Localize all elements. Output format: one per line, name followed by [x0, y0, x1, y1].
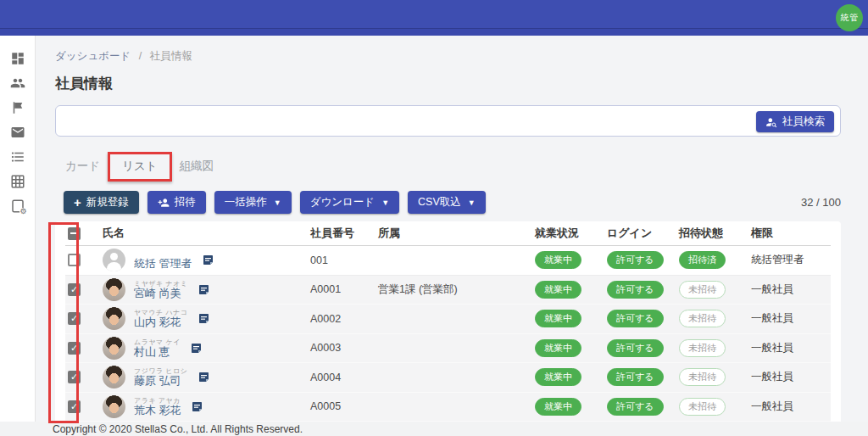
employee-name-link[interactable]: 村山 恵: [134, 346, 181, 358]
plus-icon: +: [74, 196, 81, 209]
device-settings-icon[interactable]: ⚙: [10, 198, 25, 214]
row-checkbox[interactable]: [68, 283, 81, 296]
employee-no-cell: A0001: [310, 283, 378, 295]
login-permission-button[interactable]: 許可する: [607, 281, 664, 299]
tab-org-chart[interactable]: 組織図: [180, 159, 214, 174]
csv-import-dropdown[interactable]: CSV取込 ▼: [408, 191, 486, 214]
employee-search-box: 社員検索: [55, 105, 841, 137]
column-header-employee-no: 社員番号: [310, 226, 378, 241]
memo-icon[interactable]: [203, 254, 214, 266]
avatar: [103, 337, 125, 360]
invite-status-badge: 未招待: [679, 339, 726, 357]
row-checkbox[interactable]: [68, 400, 81, 413]
avatar: [103, 366, 125, 388]
dashboard-icon[interactable]: [10, 51, 25, 66]
employee-no-cell: A0003: [310, 342, 378, 354]
login-permission-button[interactable]: 許可する: [607, 398, 664, 416]
page-footer: Copyright © 2020 StellaS Co., Ltd. All R…: [0, 422, 868, 436]
table-row: 統括 管理者 001 就業中 許可する 招待済 統括管理者: [65, 246, 831, 276]
flag-icon[interactable]: [10, 100, 25, 115]
work-status-badge: 就業中: [535, 251, 581, 269]
row-checkbox[interactable]: [68, 342, 81, 355]
person-add-icon: [158, 197, 170, 209]
new-registration-button[interactable]: + 新規登録: [64, 191, 139, 214]
toolbar: + 新規登録 招待 一括操作 ▼ ダウンロード ▼ CSV取込 ▼ 32 / 1…: [64, 191, 841, 214]
memo-icon[interactable]: [198, 284, 209, 295]
role-cell: 一般社員: [751, 282, 831, 297]
result-counter: 32 / 100: [801, 196, 841, 209]
table-body: 統括 管理者 001 就業中 許可する 招待済 統括管理者 ミヤザキ ナオミ 宮…: [65, 246, 831, 422]
table-row: ムラヤマ ケイ 村山 恵 A0003 就業中 許可する 未招待 一般社員: [65, 334, 831, 364]
employee-no-cell: A0002: [310, 313, 378, 325]
bulk-actions-dropdown[interactable]: 一括操作 ▼: [214, 191, 292, 214]
role-cell: 一般社員: [751, 341, 831, 355]
employee-search-button[interactable]: 社員検索: [756, 111, 834, 132]
employee-no-cell: 001: [310, 254, 378, 266]
table-row: フジワラ ヒロシ 藤原 弘司 A0004 就業中 許可する 未招待 一般社員: [65, 363, 831, 393]
select-all-checkbox[interactable]: [68, 227, 81, 240]
employee-search-input[interactable]: [56, 106, 840, 136]
chevron-down-icon: ▼: [274, 198, 281, 207]
employee-name-link[interactable]: 荒木 彩花: [134, 405, 181, 416]
department-cell: 営業1課 (営業部): [378, 282, 535, 297]
page-title: 社員情報: [55, 74, 841, 93]
grid-icon[interactable]: [10, 174, 25, 189]
column-header-invite-status: 招待状態: [679, 226, 751, 241]
row-checkbox[interactable]: [68, 254, 81, 266]
column-header-work-status: 就業状況: [535, 226, 607, 241]
role-cell: 統括管理者: [751, 253, 831, 267]
employee-name-link[interactable]: 山内 彩花: [134, 316, 188, 328]
role-cell: 一般社員: [751, 311, 831, 326]
invite-button[interactable]: 招待: [147, 191, 206, 214]
employee-table: 氏名 社員番号 所属 就業状況 ログイン 招待状態 権限 統括 管理者: [55, 221, 841, 422]
employee-name-link[interactable]: 宮崎 尚美: [134, 288, 188, 299]
table-row: ミヤザキ ナオミ 宮崎 尚美 A0001 営業1課 (営業部) 就業中 許可する…: [65, 276, 831, 305]
memo-icon[interactable]: [198, 372, 209, 383]
row-checkbox[interactable]: [68, 312, 81, 325]
members-icon[interactable]: [10, 75, 25, 91]
memo-icon[interactable]: [192, 401, 203, 412]
invite-status-badge: 未招待: [679, 368, 726, 386]
download-dropdown[interactable]: ダウンロード ▼: [300, 191, 399, 214]
breadcrumb-dashboard-link[interactable]: ダッシュボード: [55, 50, 131, 62]
column-header-login: ログイン: [607, 226, 679, 241]
chevron-down-icon: ▼: [468, 198, 476, 207]
column-header-name: 氏名: [103, 226, 310, 241]
app-top-bar: 統管: [0, 0, 868, 36]
employee-no-cell: A0005: [310, 400, 378, 412]
list-icon[interactable]: [10, 149, 25, 165]
role-cell: 一般社員: [751, 400, 831, 414]
work-status-badge: 就業中: [535, 368, 581, 386]
work-status-badge: 就業中: [535, 310, 581, 327]
table-row: アラキ アヤカ 荒木 彩花 A0005 就業中 許可する 未招待 一般社員: [65, 393, 831, 422]
avatar: [103, 395, 125, 418]
invite-status-badge: 招待済: [679, 251, 726, 269]
memo-icon[interactable]: [198, 313, 209, 324]
table-row: ヤマウチ ハナコ 山内 彩花 A0002 就業中 許可する 未招待 一般社員: [65, 305, 831, 334]
mail-icon[interactable]: [10, 125, 25, 140]
employee-name-link[interactable]: 藤原 弘司: [134, 375, 188, 387]
avatar: [103, 278, 125, 301]
work-status-badge: 就業中: [535, 398, 581, 416]
column-header-department: 所属: [378, 226, 535, 241]
row-checkbox[interactable]: [68, 371, 81, 383]
memo-icon[interactable]: [191, 343, 202, 354]
login-permission-button[interactable]: 許可する: [607, 251, 664, 269]
sidebar: ⚙: [0, 36, 36, 422]
login-permission-button[interactable]: 許可する: [607, 339, 664, 357]
tab-card[interactable]: カード: [65, 159, 100, 174]
employee-name-link[interactable]: 統括 管理者: [134, 258, 192, 270]
copyright-text: Copyright © 2020 StellaS Co., Ltd. All R…: [53, 423, 303, 435]
login-permission-button[interactable]: 許可する: [607, 368, 664, 386]
avatar: [103, 249, 125, 271]
person-search-icon: [765, 116, 777, 128]
login-permission-button[interactable]: 許可する: [607, 310, 664, 327]
employee-no-cell: A0004: [310, 372, 378, 383]
main-content: ダッシュボード / 社員情報 社員情報 社員検索 カード リスト 組織図: [36, 36, 868, 422]
breadcrumb-separator: /: [139, 50, 142, 62]
tab-list[interactable]: リスト: [122, 159, 157, 174]
account-avatar[interactable]: 統管: [836, 4, 863, 31]
invite-status-badge: 未招待: [679, 310, 726, 327]
avatar: [103, 307, 125, 330]
invite-status-badge: 未招待: [679, 398, 726, 416]
